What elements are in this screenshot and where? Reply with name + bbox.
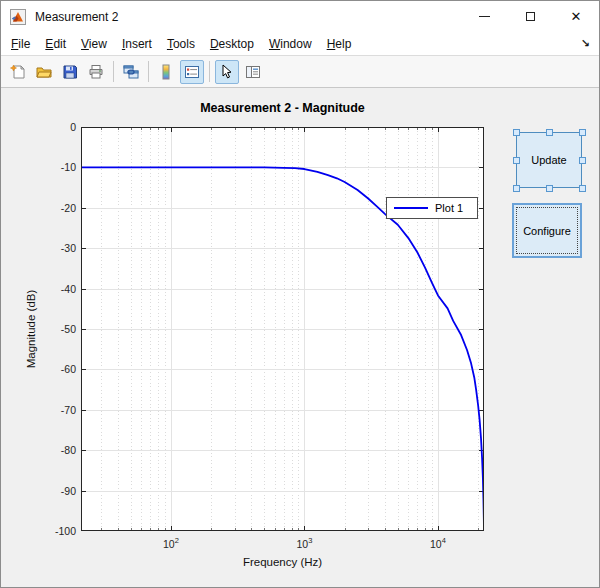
open-folder-icon — [36, 64, 52, 80]
figure-canvas: Measurement 2 - Magnitude Frequency (Hz)… — [1, 90, 599, 587]
menubar: FileEditViewInsertToolsDesktopWindowHelp… — [1, 32, 599, 56]
menu-item-help[interactable]: Help — [327, 37, 352, 51]
plot-browser-icon — [245, 64, 261, 80]
menu-item-insert[interactable]: Insert — [122, 37, 152, 51]
insert-colorbar-button[interactable] — [154, 60, 178, 84]
legend-line-sample — [394, 207, 428, 209]
close-button[interactable]: ✕ — [553, 1, 599, 32]
update-button-selection: Update — [516, 132, 582, 188]
link-plot-button[interactable] — [119, 60, 143, 84]
legend-entry-label: Plot 1 — [435, 202, 463, 214]
x-tick-label: 102 — [151, 536, 191, 550]
window-controls: ✕ — [461, 1, 599, 32]
dock-figure-icon[interactable]: ↘ — [581, 37, 590, 50]
legend-icon — [184, 64, 200, 80]
print-icon — [88, 64, 104, 80]
selection-handle[interactable] — [546, 185, 553, 192]
minimize-button[interactable] — [461, 1, 507, 32]
y-tick-label: -20 — [32, 202, 76, 214]
menu-item-tools[interactable]: Tools — [167, 37, 195, 51]
y-tick-label: 0 — [32, 121, 76, 133]
toolbar-separator — [113, 61, 114, 82]
menu-item-edit[interactable]: Edit — [45, 37, 66, 51]
plot-canvas — [81, 127, 484, 531]
y-tick-label: -70 — [32, 404, 76, 416]
axes[interactable] — [81, 127, 484, 531]
titlebar: Measurement 2 ✕ — [1, 1, 599, 32]
open-file-button[interactable] — [32, 60, 56, 84]
update-button[interactable]: Update — [516, 132, 582, 188]
selection-handle[interactable] — [579, 185, 586, 192]
new-figure-button[interactable] — [6, 60, 30, 84]
x-tick-label: 104 — [418, 536, 458, 550]
colorbar-icon — [158, 64, 174, 80]
selection-handle[interactable] — [513, 157, 520, 164]
legend[interactable]: Plot 1 — [386, 197, 478, 219]
selection-handle[interactable] — [546, 129, 553, 136]
y-tick-label: -100 — [32, 525, 76, 537]
insert-legend-button[interactable] — [180, 60, 204, 84]
edit-plot-button[interactable] — [215, 60, 239, 84]
menu-item-desktop[interactable]: Desktop — [210, 37, 254, 51]
y-tick-label: -60 — [32, 363, 76, 375]
y-tick-label: -10 — [32, 161, 76, 173]
configure-button[interactable]: Configure — [512, 203, 582, 258]
print-figure-button[interactable] — [84, 60, 108, 84]
selection-handle[interactable] — [513, 129, 520, 136]
selection-handle[interactable] — [579, 157, 586, 164]
link-plots-icon — [123, 64, 139, 80]
toolbar-separator — [209, 61, 210, 82]
configure-button-label: Configure — [516, 207, 578, 254]
y-tick-label: -90 — [32, 485, 76, 497]
y-tick-label: -50 — [32, 323, 76, 335]
maximize-button[interactable] — [507, 1, 553, 32]
new-document-icon — [10, 64, 26, 80]
save-icon — [62, 64, 78, 80]
menu-item-window[interactable]: Window — [269, 37, 312, 51]
x-tick-label: 103 — [284, 536, 324, 550]
y-tick-label: -30 — [32, 242, 76, 254]
save-figure-button[interactable] — [58, 60, 82, 84]
plot-title: Measurement 2 - Magnitude — [81, 101, 484, 115]
maximize-icon — [526, 12, 535, 21]
menu-item-view[interactable]: View — [81, 37, 107, 51]
minimize-icon — [479, 16, 490, 17]
plot-browser-button[interactable] — [241, 60, 265, 84]
y-tick-label: -80 — [32, 444, 76, 456]
selection-handle[interactable] — [513, 185, 520, 192]
toolbar — [1, 56, 599, 88]
matlab-logo-icon — [10, 9, 26, 25]
window-title: Measurement 2 — [35, 10, 118, 24]
close-icon: ✕ — [571, 10, 582, 23]
selection-handle[interactable] — [579, 129, 586, 136]
figure-window: Measurement 2 ✕ FileEditViewInsertToolsD… — [0, 0, 600, 588]
edit-plot-icon — [219, 64, 235, 80]
y-tick-label: -40 — [32, 283, 76, 295]
x-axis-label: Frequency (Hz) — [81, 556, 484, 568]
toolbar-separator — [148, 61, 149, 82]
menu-item-file[interactable]: File — [11, 37, 30, 51]
